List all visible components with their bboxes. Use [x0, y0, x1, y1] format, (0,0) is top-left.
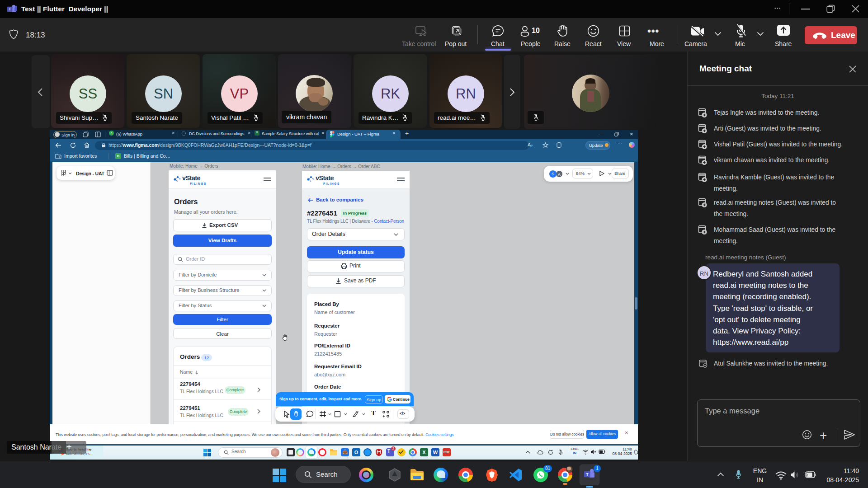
- svg-text:T: T: [586, 472, 589, 477]
- svg-text:T: T: [9, 7, 11, 11]
